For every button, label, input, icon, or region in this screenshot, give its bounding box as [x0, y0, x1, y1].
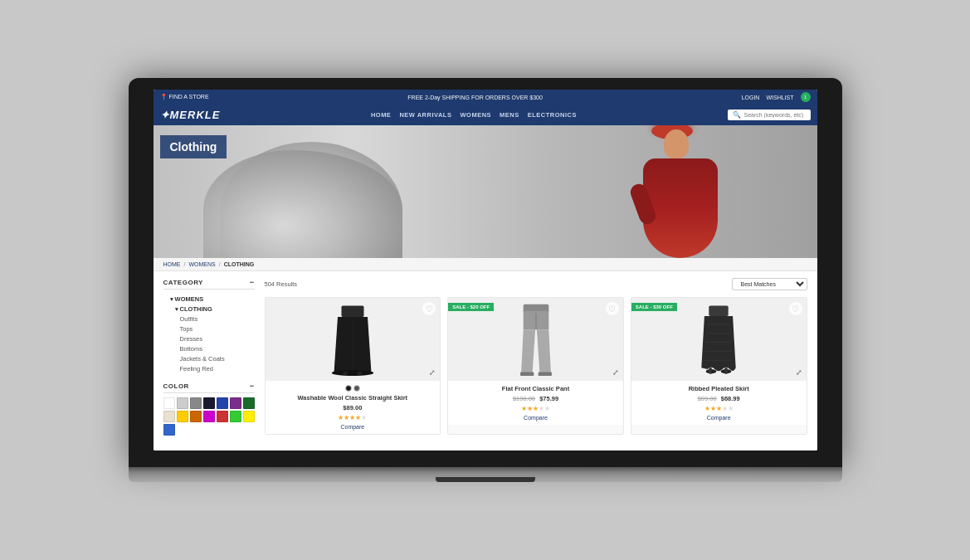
- color-dark-green[interactable]: [243, 397, 255, 409]
- product-image-ribbed: [690, 302, 748, 377]
- color-medium-blue[interactable]: [163, 424, 175, 436]
- nav-mens[interactable]: MENS: [500, 111, 519, 119]
- nav-home[interactable]: HOME: [371, 111, 392, 119]
- product-stars-1: ★★★★★: [271, 414, 436, 421]
- sidebar-jackets[interactable]: Jackets & Coats: [163, 353, 255, 363]
- nav-womens[interactable]: WOMENS: [460, 111, 491, 119]
- price-sale-1: $89.00: [343, 404, 362, 411]
- color-light-gray[interactable]: [177, 397, 188, 409]
- product-name-3: Ribbed Pleated Skirt: [636, 385, 802, 392]
- price-original-3: $99.00: [698, 395, 717, 402]
- nav-links: HOME NEW ARRIVALS WOMENS MENS ELECTRONIC…: [230, 111, 717, 119]
- product-price-1: $89.00: [271, 404, 436, 411]
- login-link[interactable]: LOGIN: [742, 95, 760, 100]
- laptop-base: [129, 467, 842, 482]
- svg-marker-8: [521, 329, 535, 374]
- color-red[interactable]: [217, 411, 228, 422]
- search-bar: 🔍: [728, 110, 811, 120]
- color-bright-yellow[interactable]: [243, 411, 255, 422]
- color-white[interactable]: [163, 397, 175, 409]
- product-name-2: Flat Front Classic Pant: [453, 385, 618, 392]
- hero-banner: Clothing: [154, 125, 817, 258]
- zoom-btn-3[interactable]: ⤢: [796, 368, 802, 377]
- top-info-bar: 📍 FIND A STORE FREE 2-Day SHIPPING FOR O…: [154, 90, 817, 105]
- price-sale-2: $75.99: [539, 395, 558, 402]
- compare-btn-2[interactable]: Compare: [453, 415, 618, 421]
- wishlist-btn-2[interactable]: ♡: [606, 302, 619, 315]
- compare-btn-1[interactable]: Compare: [271, 424, 436, 430]
- color-gray[interactable]: [190, 397, 202, 409]
- products-header: 504 Results Best Matches Price: Low to H…: [265, 278, 807, 290]
- sidebar-tops[interactable]: Tops: [163, 324, 255, 334]
- product-name-1: Washable Wool Classic Straight Skirt: [271, 394, 436, 402]
- breadcrumb-womens[interactable]: WOMENS: [188, 261, 215, 267]
- search-input[interactable]: [744, 112, 806, 118]
- product-price-3: $99.00 $68.99: [636, 395, 802, 402]
- sidebar-feeling-red[interactable]: Feeling Red: [163, 363, 255, 373]
- wishlist-btn-1[interactable]: ♡: [422, 302, 436, 315]
- top-bar-left: 📍 FIND A STORE: [160, 94, 209, 100]
- sidebar-bottoms[interactable]: Bottoms: [163, 343, 255, 353]
- color-yellow[interactable]: [177, 411, 188, 422]
- breadcrumb-home[interactable]: HOME: [163, 261, 181, 267]
- model-dress: [643, 158, 718, 258]
- sidebar-womens[interactable]: ▾ WOMENS: [163, 294, 255, 304]
- color-blue[interactable]: [217, 397, 228, 409]
- product-info-1: Washable Wool Classic Straight Skirt $89…: [266, 381, 441, 434]
- zoom-btn-1[interactable]: ⤢: [429, 368, 436, 377]
- color-swatches: [163, 397, 255, 436]
- site-logo[interactable]: ✦MERKLE: [160, 109, 221, 121]
- product-image-3: SALE - $30 OFF ♡: [631, 298, 807, 381]
- hero-model: [635, 129, 734, 258]
- category-header: CATEGORY −: [163, 278, 255, 290]
- svg-rect-11: [538, 373, 551, 377]
- category-collapse-icon[interactable]: −: [250, 278, 255, 286]
- screen-bezel: 📍 FIND A STORE FREE 2-Day SHIPPING FOR O…: [129, 78, 842, 467]
- color-green[interactable]: [230, 411, 241, 422]
- svg-marker-9: [536, 329, 550, 374]
- product-price-2: $198.00 $75.99: [453, 395, 618, 402]
- color-collapse-icon[interactable]: −: [250, 382, 255, 390]
- price-sale-3: $68.99: [721, 395, 740, 402]
- nav-electronics[interactable]: ELECTRONICS: [528, 111, 577, 119]
- svg-rect-0: [341, 306, 363, 318]
- product-image-1: ♡: [266, 298, 441, 381]
- color-navy[interactable]: [203, 397, 215, 409]
- color-orange[interactable]: [190, 411, 202, 422]
- color-magenta[interactable]: [203, 411, 215, 422]
- category-label: CATEGORY: [163, 279, 203, 286]
- top-bar-right: LOGIN WISHLIST 1: [742, 92, 811, 102]
- svg-rect-21: [709, 368, 712, 373]
- find-store-link[interactable]: 📍 FIND A STORE: [160, 94, 209, 100]
- product-color-black[interactable]: [345, 385, 352, 392]
- nav-new-arrivals[interactable]: NEW ARRIVALS: [399, 111, 451, 119]
- product-stars-2: ★★★★★: [453, 405, 618, 412]
- sidebar-outfits[interactable]: Outfits: [163, 314, 255, 324]
- product-card-2[interactable]: SALE - $20 OFF ♡: [447, 297, 624, 435]
- cart-badge[interactable]: 1: [801, 92, 811, 102]
- laptop: 📍 FIND A STORE FREE 2-Day SHIPPING FOR O…: [129, 78, 842, 482]
- hero-title: Clothing: [160, 135, 227, 158]
- sort-select[interactable]: Best Matches Price: Low to High Price: H…: [732, 278, 807, 290]
- color-beige[interactable]: [163, 411, 175, 422]
- content-area: CATEGORY − ▾ WOMENS ▾ CLOTHING Outfits T…: [154, 271, 817, 450]
- product-info-3: Ribbed Pleated Skirt $99.00 $68.99 ★★★★★…: [631, 381, 807, 425]
- product-color-charcoal[interactable]: [353, 385, 360, 392]
- product-image-pants: [507, 302, 565, 377]
- sale-badge-3: SALE - $30 OFF: [631, 303, 677, 311]
- sidebar-clothing[interactable]: ▾ CLOTHING: [163, 304, 255, 314]
- wishlist-btn-3[interactable]: ♡: [789, 302, 802, 315]
- sidebar-dresses[interactable]: Dresses: [163, 334, 255, 343]
- price-original-2: $198.00: [513, 395, 535, 402]
- model-head: [664, 129, 689, 158]
- compare-btn-3[interactable]: Compare: [636, 415, 802, 421]
- wishlist-link[interactable]: WISHLIST: [766, 95, 793, 100]
- product-card-1[interactable]: ♡: [265, 297, 441, 435]
- product-card-3[interactable]: SALE - $30 OFF ♡: [631, 297, 807, 435]
- products-area: 504 Results Best Matches Price: Low to H…: [265, 278, 807, 444]
- product-info-2: Flat Front Classic Pant $198.00 $75.99 ★…: [448, 381, 623, 425]
- breadcrumb-current: CLOTHING: [224, 261, 255, 267]
- zoom-btn-2[interactable]: ⤢: [612, 368, 619, 377]
- color-purple[interactable]: [230, 397, 241, 409]
- sidebar: CATEGORY − ▾ WOMENS ▾ CLOTHING Outfits T…: [163, 278, 255, 444]
